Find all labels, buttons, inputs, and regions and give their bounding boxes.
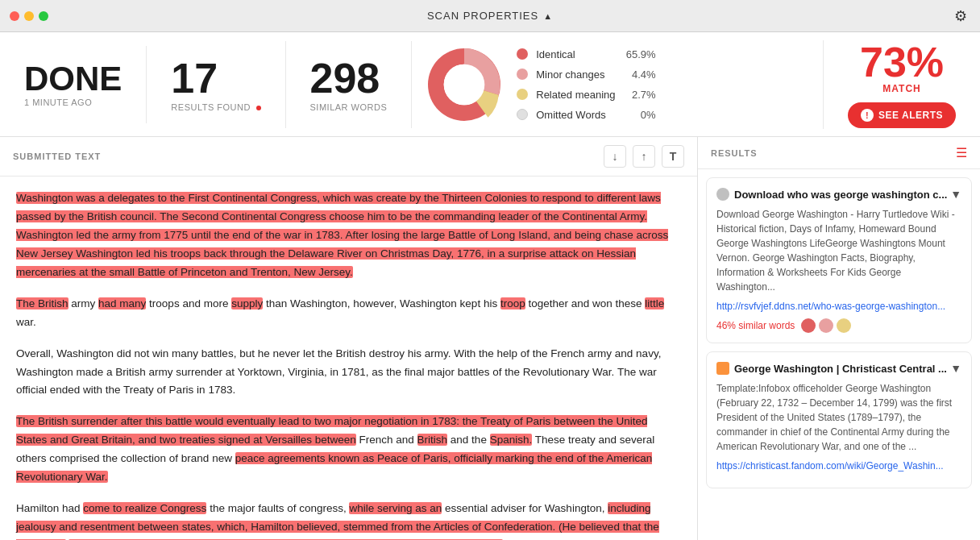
legend-dot-related — [517, 89, 528, 100]
text-paragraph-1: Washington was a delegates to the First … — [16, 189, 681, 282]
sort-up-button[interactable]: ↑ — [633, 145, 655, 168]
sim-dot-yellow — [837, 318, 851, 333]
result-1-sim-dots — [801, 318, 851, 333]
legend-item-minor: Minor changes 4.4% — [517, 69, 655, 81]
status-value: DONE — [24, 62, 122, 96]
sim-dot-pink — [819, 318, 833, 333]
text-paragraph-5: Hamilton had come to realize Congress th… — [16, 500, 681, 540]
result-1-similarity: 46% similar words — [716, 318, 961, 333]
titlebar: SCAN PROPERTIES ▲ ⚙ — [0, 0, 980, 32]
settings-icon[interactable]: ⚙ — [954, 7, 967, 25]
left-panel: SUBMITTED TEXT ↓ ↑ T Washington was a de… — [0, 137, 698, 540]
results-list[interactable]: Download who was george washington c... … — [698, 169, 980, 540]
submitted-text-header: SUBMITTED TEXT ↓ ↑ T — [0, 137, 697, 177]
highlight-1: Washington was a delegates to the First … — [16, 192, 668, 278]
text-paragraph-4: The British surrender after this battle … — [16, 413, 681, 487]
submitted-text-content[interactable]: Washington was a delegates to the First … — [0, 177, 697, 540]
status-time: 1 MINUTE AGO — [24, 98, 92, 107]
result-card-1: Download who was george washington c... … — [706, 177, 972, 343]
results-label: RESULTS FOUND — [171, 102, 260, 112]
highlight-british2: British — [417, 434, 448, 446]
legend-dot-omitted — [517, 109, 528, 120]
result-1-expand-button[interactable]: ▼ — [950, 188, 961, 201]
main-content: SUBMITTED TEXT ↓ ↑ T Washington was a de… — [0, 137, 980, 540]
filter-icon[interactable]: ☰ — [956, 145, 967, 160]
result-card-2-header: George Washington | Christicast Central … — [716, 362, 961, 375]
maximize-dot — [39, 11, 48, 21]
text-style-button[interactable]: T — [662, 145, 684, 168]
window-controls — [10, 11, 48, 21]
result-card-1-title: Download who was george washington c... — [716, 188, 950, 201]
match-block: 73% MATCH ! SEE ALERTS — [824, 25, 980, 144]
highlight-while: while serving as an — [349, 502, 442, 514]
close-dot — [10, 11, 19, 21]
text-paragraph-3: Overall, Washington did not win many bat… — [16, 345, 681, 401]
results-header: RESULTS ☰ — [698, 137, 980, 169]
chart-area: Identical 65.9% Minor changes 4.4% Relat… — [412, 40, 824, 129]
legend-item-related: Related meaning 2.7% — [517, 89, 655, 101]
titlebar-title: SCAN PROPERTIES ▲ — [427, 10, 553, 22]
results-count: 17 — [171, 57, 218, 99]
result-1-globe-icon — [716, 188, 729, 201]
result-2-description: Template:Infobox officeholder George Was… — [716, 381, 961, 454]
results-dot — [256, 106, 261, 110]
result-1-similarity-text: 46% similar words — [716, 320, 795, 331]
see-alerts-button[interactable]: ! SEE ALERTS — [848, 102, 956, 128]
submitted-text-title: SUBMITTED TEXT — [13, 152, 101, 161]
result-1-description: Download George Washington - Harry Turtl… — [716, 207, 961, 294]
match-percentage: 73% — [860, 41, 944, 83]
result-2-fire-icon — [716, 362, 729, 375]
words-block: 298 SIMILAR WORDS — [286, 41, 413, 128]
status-block: DONE 1 MINUTE AGO — [0, 46, 147, 123]
legend: Identical 65.9% Minor changes 4.4% Relat… — [517, 48, 655, 121]
results-title: RESULTS — [711, 148, 758, 158]
right-panel: RESULTS ☰ Download who was george washin… — [698, 137, 980, 540]
sort-down-button[interactable]: ↓ — [604, 145, 626, 168]
result-2-link[interactable]: https://christicast.fandom.com/wiki/Geor… — [716, 460, 961, 471]
highlight-supply: supply — [231, 297, 263, 309]
words-count: 298 — [310, 57, 380, 99]
highlight-spanish: Spanish. — [490, 434, 533, 446]
match-label: MATCH — [882, 83, 920, 94]
pie-chart — [428, 48, 500, 121]
result-2-expand-button[interactable]: ▼ — [950, 362, 961, 375]
result-card-1-header: Download who was george washington c... … — [716, 188, 961, 201]
legend-dot-identical — [517, 48, 528, 60]
alert-icon: ! — [861, 109, 874, 122]
legend-item-omitted: Omitted Words 0% — [517, 109, 655, 121]
svg-point-2 — [444, 64, 485, 105]
text-paragraph-2: The British army had many troops and mor… — [16, 295, 681, 332]
words-label: SIMILAR WORDS — [310, 102, 388, 112]
highlight-many: had many — [98, 297, 146, 309]
highlight-british: The British — [16, 297, 69, 309]
panel-tools: ↓ ↑ T — [604, 145, 684, 168]
legend-item-identical: Identical 65.9% — [517, 48, 655, 60]
highlight-little: little — [645, 297, 664, 309]
stats-bar: DONE 1 MINUTE AGO 17 RESULTS FOUND 298 S… — [0, 32, 980, 137]
legend-dot-minor — [517, 69, 528, 80]
results-block: 17 RESULTS FOUND — [147, 41, 285, 128]
result-card-2: George Washington | Christicast Central … — [706, 351, 972, 488]
minimize-dot — [24, 11, 34, 21]
highlight-troop: troop — [500, 297, 525, 309]
result-1-link[interactable]: http://rsvfvjef.ddns.net/who-was-george-… — [716, 301, 961, 312]
result-card-2-title: George Washington | Christicast Central … — [716, 362, 950, 375]
sim-dot-red — [801, 318, 816, 333]
highlight-come: come to realize Congress — [83, 502, 206, 514]
